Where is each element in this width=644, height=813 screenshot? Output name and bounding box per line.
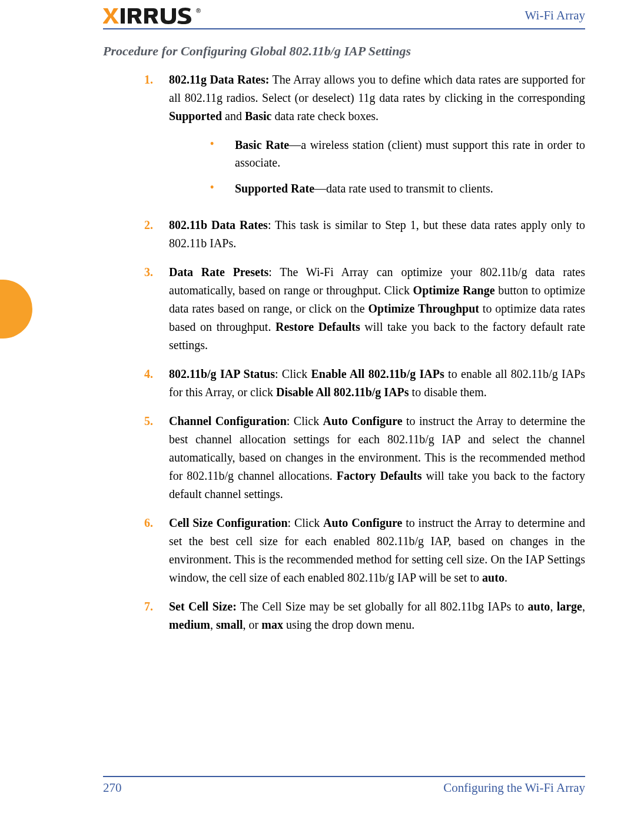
- sub-item-basic-rate: • Basic Rate—a wireless station (client)…: [210, 136, 585, 171]
- step-lead: Cell Size Configuration: [169, 516, 288, 529]
- page-footer: 270 Configuring the Wi-Fi Array: [103, 776, 585, 795]
- step-number: 6.: [144, 514, 169, 587]
- header-product-name: Wi-Fi Array: [525, 8, 585, 23]
- step-number: 7.: [144, 598, 169, 634]
- step-body: Channel Configuration: Click Auto Config…: [169, 412, 585, 503]
- procedure-list: 1. 802.11g Data Rates: The Array allows …: [144, 71, 585, 634]
- svg-rect-0: [121, 8, 125, 24]
- bullet-icon: •: [210, 180, 235, 197]
- step-3: 3. Data Rate Presets: The Wi-Fi Array ca…: [144, 263, 585, 354]
- xirrus-logo: ®: [103, 6, 200, 25]
- step-lead: 802.11b Data Rates: [169, 218, 268, 231]
- reg-mark: ®: [196, 7, 200, 14]
- step-body: Cell Size Configuration: Click Auto Conf…: [169, 514, 585, 587]
- step-number: 4.: [144, 365, 169, 401]
- step-body: 802.11b/g IAP Status: Click Enable All 8…: [169, 365, 585, 401]
- step-number: 5.: [144, 412, 169, 503]
- page-container: ® Wi-Fi Array Procedure for Configuring …: [0, 0, 644, 634]
- step-5: 5. Channel Configuration: Click Auto Con…: [144, 412, 585, 503]
- step-6: 6. Cell Size Configuration: Click Auto C…: [144, 514, 585, 587]
- step-4: 4. 802.11b/g IAP Status: Click Enable Al…: [144, 365, 585, 401]
- page-number: 270: [103, 781, 122, 795]
- step-1: 1. 802.11g Data Rates: The Array allows …: [144, 71, 585, 205]
- section-title: Procedure for Configuring Global 802.11b…: [103, 44, 585, 59]
- step-number: 1.: [144, 71, 169, 205]
- logo-svg: [103, 6, 191, 25]
- sub-item-supported-rate: • Supported Rate—data rate used to trans…: [210, 180, 585, 197]
- step-lead: Set Cell Size:: [169, 600, 237, 613]
- step-number: 2.: [144, 216, 169, 253]
- step-body: 802.11g Data Rates: The Array allows you…: [169, 71, 585, 205]
- footer-section-name: Configuring the Wi-Fi Array: [443, 781, 585, 795]
- step-number: 3.: [144, 263, 169, 354]
- sub-list: • Basic Rate—a wireless station (client)…: [210, 136, 585, 197]
- page-header: ® Wi-Fi Array: [103, 6, 585, 29]
- step-lead: 802.11g Data Rates:: [169, 73, 269, 86]
- step-lead: Data Rate Presets: [169, 266, 268, 278]
- step-2: 2. 802.11b Data Rates: This task is simi…: [144, 216, 585, 253]
- step-body: Set Cell Size: The Cell Size may be set …: [169, 598, 585, 634]
- step-7: 7. Set Cell Size: The Cell Size may be s…: [144, 598, 585, 634]
- bullet-icon: •: [210, 136, 235, 171]
- step-lead: Channel Configuration: [169, 414, 287, 427]
- step-body: Data Rate Presets: The Wi-Fi Array can o…: [169, 263, 585, 354]
- step-body: 802.11b Data Rates: This task is similar…: [169, 216, 585, 253]
- step-lead: 802.11b/g IAP Status: [169, 367, 275, 380]
